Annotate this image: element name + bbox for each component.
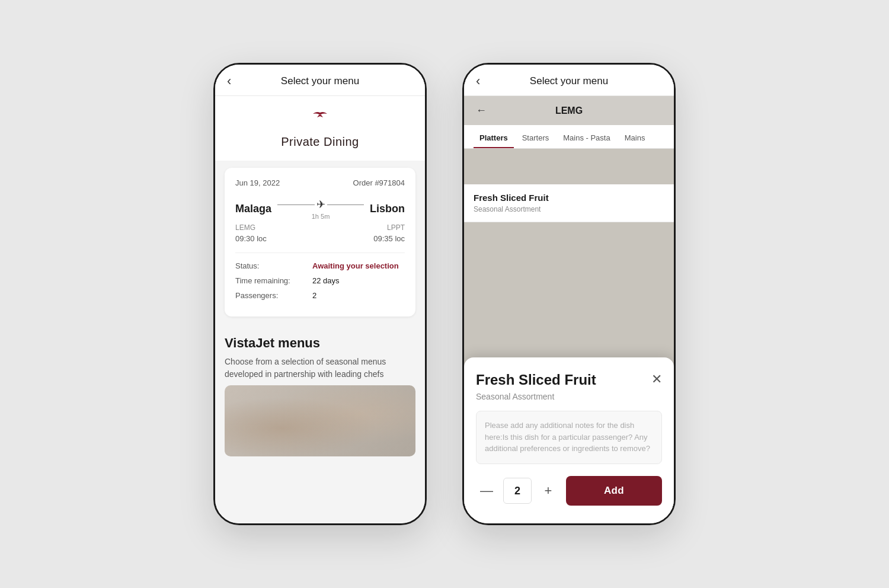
time-remaining-label: Time remaining: [235, 276, 312, 285]
from-code: LEMG [235, 223, 255, 232]
brand-name: Private Dining [281, 135, 359, 149]
arrive-time: 09:35 loc [373, 234, 405, 243]
modal-subtitle: Seasonal Assortment [476, 392, 662, 401]
time-remaining-value: 22 days [312, 276, 340, 285]
modal-notes-area[interactable]: Please add any additional notes for the … [476, 411, 662, 464]
left-top-bar: ‹ Select your menu [215, 65, 425, 96]
tab-platters[interactable]: Platters [474, 125, 514, 148]
menus-section: VistaJet menus Choose from a selection o… [215, 324, 425, 385]
to-code: LPPT [387, 223, 405, 232]
food-image [225, 385, 415, 456]
sub-back-button[interactable]: ← [476, 104, 487, 117]
flight-codes: LEMG LPPT [235, 223, 405, 232]
quantity-control: — 2 + [476, 478, 559, 504]
plane-icon: ✈ [316, 198, 325, 211]
line-right [327, 204, 364, 205]
brand-logo [302, 110, 338, 130]
food-image-inner [225, 385, 415, 456]
item-modal: Fresh Sliced Fruit ✕ Seasonal Assortment… [464, 357, 674, 523]
left-phone: ‹ Select your menu Private Dining [213, 63, 427, 525]
sub-header-title: LEMG [494, 106, 644, 116]
flight-date: Jun 19, 2022 [235, 178, 280, 187]
left-back-button[interactable]: ‹ [227, 74, 231, 89]
status-value: Awaiting your selection [312, 261, 399, 270]
to-city: Lisbon [370, 203, 405, 215]
flight-card: Jun 19, 2022 Order #971804 Malaga ✈ 1h 5… [225, 168, 415, 317]
flight-route: Malaga ✈ 1h 5m Lisbon [235, 198, 405, 220]
brand-header: Private Dining [215, 96, 425, 161]
decrease-button[interactable]: — [476, 480, 497, 501]
card-divider [235, 253, 405, 253]
depart-time: 09:30 loc [235, 234, 267, 243]
time-remaining-row: Time remaining: 22 days [235, 276, 405, 285]
left-content: Private Dining Jun 19, 2022 Order #97180… [215, 96, 425, 523]
menus-title: VistaJet menus [225, 335, 415, 351]
route-duration: 1h 5m [312, 213, 330, 220]
left-page-title: Select your menu [281, 75, 359, 87]
from-city: Malaga [235, 203, 271, 215]
flight-order: Order #971804 [353, 178, 405, 187]
modal-footer: — 2 + Add [476, 476, 662, 506]
menu-item-name: Fresh Sliced Fruit [474, 193, 664, 203]
status-label: Status: [235, 261, 312, 270]
tabs-bar: Platters Starters Mains - Pasta Mains [464, 125, 674, 149]
quantity-display: 2 [503, 478, 532, 504]
tab-mains[interactable]: Mains [619, 125, 651, 148]
tab-mains-pasta[interactable]: Mains - Pasta [557, 125, 616, 148]
modal-title: Fresh Sliced Fruit [476, 372, 596, 388]
passengers-label: Passengers: [235, 291, 312, 300]
menu-item-card[interactable]: Fresh Sliced Fruit Seasonal Assortment [464, 184, 674, 222]
status-row: Status: Awaiting your selection [235, 261, 405, 270]
right-back-button[interactable]: ‹ [476, 74, 480, 89]
right-top-bar: ‹ Select your menu [464, 65, 674, 96]
passengers-row: Passengers: 2 [235, 291, 405, 300]
route-line: ✈ [277, 198, 364, 211]
flight-times: 09:30 loc 09:35 loc [235, 234, 405, 243]
modal-close-button[interactable]: ✕ [651, 373, 662, 386]
menus-desc: Choose from a selection of seasonal menu… [225, 356, 415, 381]
sub-header: ← LEMG [464, 96, 674, 125]
right-phone: ‹ Select your menu ← LEMG Platters Start… [462, 63, 676, 525]
menu-item-desc: Seasonal Assortment [474, 205, 664, 213]
passengers-value: 2 [312, 291, 316, 300]
route-middle: ✈ 1h 5m [271, 198, 370, 220]
add-to-order-button[interactable]: Add [566, 476, 662, 506]
modal-header: Fresh Sliced Fruit ✕ [476, 372, 662, 388]
flight-card-header: Jun 19, 2022 Order #971804 [235, 178, 405, 187]
tab-starters[interactable]: Starters [516, 125, 555, 148]
increase-button[interactable]: + [538, 480, 559, 501]
modal-notes-placeholder: Please add any additional notes for the … [485, 421, 650, 453]
line-left [277, 204, 314, 205]
right-page-title: Select your menu [530, 75, 608, 87]
